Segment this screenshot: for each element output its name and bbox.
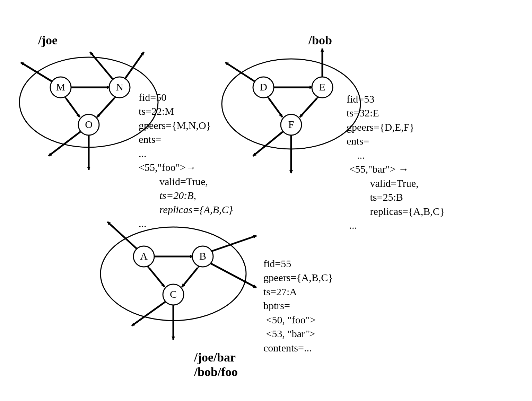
bob-gpeers: gpeers={D,E,F} (347, 121, 415, 133)
title-joe: /joe (38, 33, 58, 47)
joe-fid: fid=50 (139, 91, 166, 103)
node-abc-0: A (140, 250, 148, 262)
svg-line-14 (300, 98, 317, 117)
svg-line-33 (132, 302, 166, 326)
node-bob-2: F (288, 119, 294, 130)
svg-line-8 (90, 52, 113, 79)
svg-line-31 (211, 236, 256, 251)
svg-line-3 (66, 98, 80, 117)
title-bob: /bob (308, 33, 332, 47)
abc-bp2: <53, "bar"> (263, 328, 315, 339)
diagram-stage: M N O D E F A B C (0, 0, 532, 401)
svg-line-7 (21, 62, 52, 81)
bob-replicas: replicas={A,B,C} (370, 206, 445, 217)
abc-ts: ts=27:A (263, 286, 297, 297)
bob-dots1: ... (357, 149, 365, 161)
info-joe: fid=50 ts=22:M gpeers={M,N,O} ents= ... … (139, 76, 233, 231)
joe-entry: <55,"foo">→ (139, 162, 196, 173)
bob-valid: valid=True, (370, 177, 419, 189)
info-bob: fid=53 ts=32:E gpeers={D,E,F} ents= ... … (347, 78, 445, 233)
svg-line-2 (97, 98, 114, 117)
node-bob-0: D (260, 81, 267, 93)
joe-dots1: ... (139, 148, 147, 159)
joe-replicas: replicas={A,B,C} (159, 204, 233, 215)
bob-ts2: ts=25:B (370, 191, 403, 203)
bob-ents: ents= (347, 135, 369, 147)
abc-bp1: <50, "foo"> (263, 314, 316, 325)
group-bob: D E F (222, 49, 360, 173)
bob-entry: <55,"bar"> → (349, 163, 409, 175)
group-abc: A B C (101, 222, 256, 340)
node-joe-2: O (85, 119, 93, 130)
abc-bptrs: bptrs= (263, 300, 290, 311)
svg-line-26 (149, 268, 165, 287)
svg-line-15 (269, 98, 282, 117)
svg-line-10 (49, 132, 80, 156)
node-bob-1: E (319, 81, 325, 93)
node-abc-2: C (170, 288, 177, 300)
node-joe-1: N (116, 81, 123, 93)
abc-fid: fid=55 (263, 258, 291, 269)
abc-gpeers: gpeers={A,B,C} (263, 272, 333, 283)
joe-gpeers: gpeers={M,N,O} (139, 120, 211, 131)
group-joe: M N O (19, 52, 158, 170)
svg-line-32 (211, 263, 256, 288)
svg-line-25 (182, 268, 198, 287)
info-abc: fid=55 gpeers={A,B,C} ts=27:A bptrs= <50… (263, 243, 333, 355)
bob-fid: fid=53 (347, 93, 374, 105)
bob-dots2: ... (349, 219, 357, 231)
joe-ts: ts=22:M (139, 105, 174, 117)
node-joe-0: M (56, 81, 66, 93)
bob-ts: ts=32:E (347, 107, 379, 119)
joe-valid: valid=True, (159, 176, 208, 187)
joe-ents: ents= (139, 133, 161, 145)
title-abc: /joe/bar /bob/foo (194, 350, 238, 379)
joe-dots2: ... (139, 218, 147, 229)
abc-contents: contents=... (263, 342, 312, 354)
joe-ts2: ts=20:B, (159, 190, 196, 201)
node-abc-1: B (199, 250, 206, 262)
